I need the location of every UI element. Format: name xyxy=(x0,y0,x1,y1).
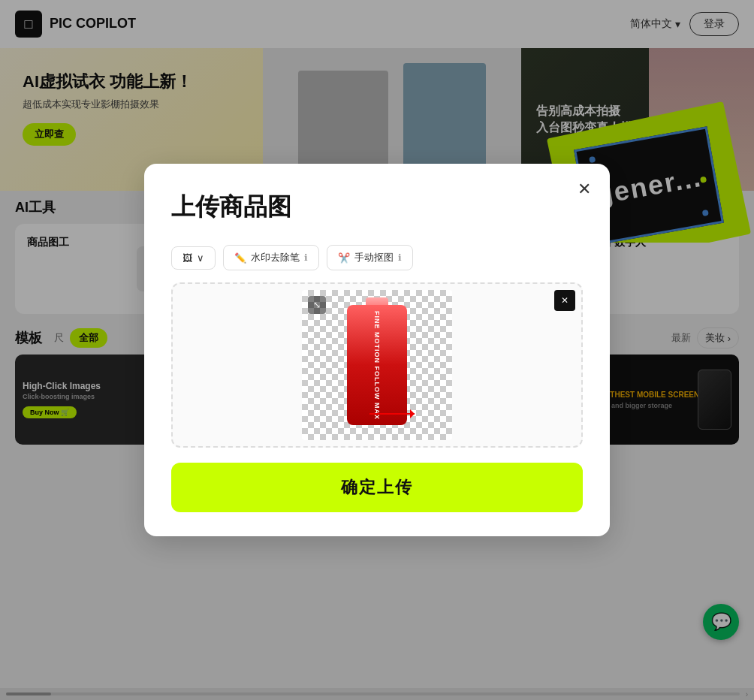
modal-title: 上传商品图 xyxy=(171,191,583,224)
red-arrow-icon xyxy=(369,413,415,415)
upload-corner-close[interactable]: ✕ xyxy=(554,290,575,311)
scissors-icon: ✂️ xyxy=(338,252,350,264)
submit-upload-button[interactable]: 确定上传 xyxy=(171,463,583,512)
manual-cutout-button[interactable]: ✂️ 手动抠图 ℹ xyxy=(327,245,413,270)
expand-icon: ⤡ xyxy=(313,300,321,310)
expand-button[interactable]: ⤡ xyxy=(308,296,326,314)
manual-info-icon: ℹ xyxy=(398,252,402,263)
upload-area[interactable]: ✕ ⤡ FINE MOTION FOLLOW MAX xyxy=(171,282,583,448)
watermark-info-icon: ℹ xyxy=(304,252,308,263)
image-type-button[interactable]: 🖼 ∨ xyxy=(171,246,216,270)
chevron-down-icon: ∨ xyxy=(197,252,204,264)
corner-close-icon: ✕ xyxy=(561,295,569,306)
eraser-icon: ✏️ xyxy=(234,252,246,264)
watermark-label: 水印去除笔 xyxy=(251,251,300,264)
modal-overlay: ✕ 上传商品图 🖼 ∨ ✏️ 水印去除笔 ℹ ✂️ 手动抠图 ℹ xyxy=(0,0,754,700)
modal-toolbar: 🖼 ∨ ✏️ 水印去除笔 ℹ ✂️ 手动抠图 ℹ xyxy=(171,245,583,270)
product-label: FINE MOTION FOLLOW MAX xyxy=(373,311,381,420)
arrow-indicator xyxy=(369,404,415,418)
image-icon: 🖼 xyxy=(182,252,192,264)
close-icon: ✕ xyxy=(578,180,591,199)
product-preview: ⤡ FINE MOTION FOLLOW MAX xyxy=(302,290,452,440)
manual-label: 手动抠图 xyxy=(354,251,394,264)
modal-close-button[interactable]: ✕ xyxy=(571,176,598,203)
upload-modal: ✕ 上传商品图 🖼 ∨ ✏️ 水印去除笔 ℹ ✂️ 手动抠图 ℹ xyxy=(144,164,610,536)
watermark-button[interactable]: ✏️ 水印去除笔 ℹ xyxy=(223,245,319,270)
